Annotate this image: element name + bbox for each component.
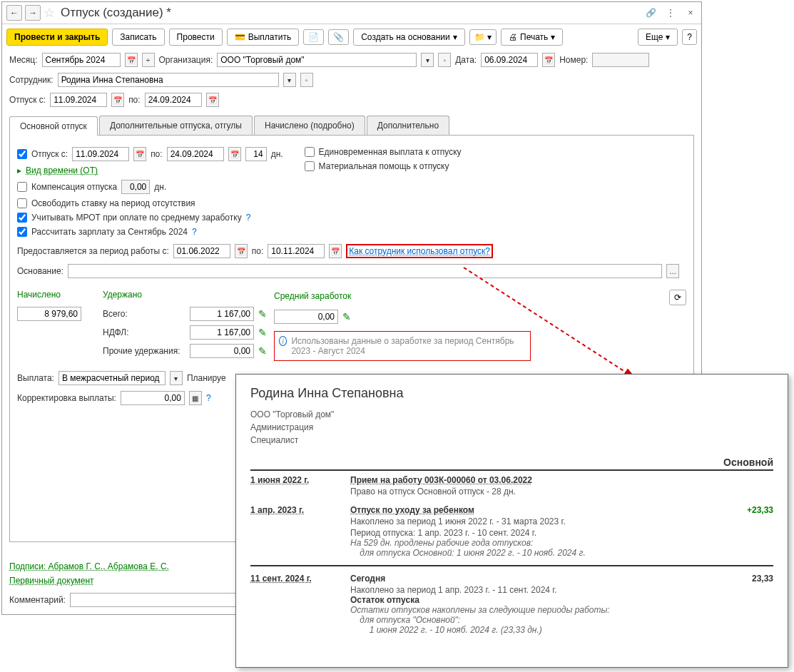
link-icon[interactable]: 🔗	[644, 6, 657, 19]
popup-row-value: 23,33	[731, 574, 773, 635]
ndfl-input[interactable]	[190, 325, 254, 340]
correction-calc-icon[interactable]: ▦	[189, 391, 202, 405]
create-from-button[interactable]: Создать на основании ▾	[353, 29, 465, 46]
accrued-header: Начислено	[17, 290, 96, 300]
popup-row-content: СегодняНакоплено за период 1 апр. 2023 г…	[350, 574, 731, 635]
help-button[interactable]: ?	[682, 29, 697, 45]
close-icon[interactable]: ×	[684, 6, 697, 19]
other-input[interactable]	[190, 344, 254, 358]
popup-dept: Администрация	[250, 421, 773, 434]
tab-additional[interactable]: Дополнительные отпуска, отгулы	[99, 116, 253, 135]
employee-open-icon[interactable]: ▫	[300, 73, 313, 87]
vacation-to-label: по:	[128, 95, 141, 105]
month-label: Месяц:	[9, 55, 38, 65]
pay-button[interactable]: 💳Выплатить	[227, 29, 300, 46]
usage-link[interactable]: Как сотрудник использовал отпуск?	[349, 246, 490, 256]
month-cal-icon[interactable]: 📅	[125, 53, 138, 67]
page-title: Отпуск (создание) *	[61, 6, 641, 20]
info-icon: i	[279, 336, 287, 346]
days-input[interactable]	[245, 147, 267, 161]
time-type-link[interactable]: Вид времени (ОТ)	[26, 166, 98, 175]
pfrom-cal-icon[interactable]: 📅	[235, 244, 248, 258]
popup-row-date: 11 сент. 2024 г.	[250, 574, 350, 635]
pencil-icon[interactable]: ✎	[258, 308, 267, 320]
comp-suffix: дн.	[154, 182, 166, 192]
period-label: Предоставляется за период работы с:	[17, 246, 169, 256]
tab-accrued[interactable]: Начислено (подробно)	[254, 116, 365, 135]
month-spin-icon[interactable]: ÷	[142, 53, 155, 67]
tab-from-input[interactable]	[72, 147, 129, 161]
popup-row-content: Отпуск по уходу за ребенкомНакоплено за …	[350, 505, 731, 558]
more-icon[interactable]: ⋮	[664, 6, 677, 19]
calc-salary-checkbox[interactable]	[17, 227, 27, 237]
calc-help-icon[interactable]: ?	[192, 227, 197, 237]
comment-label: Комментарий:	[9, 595, 66, 605]
tab-to-input[interactable]	[167, 147, 224, 161]
save-button[interactable]: Записать	[112, 29, 164, 46]
payment-input[interactable]	[58, 371, 166, 385]
period-to-input[interactable]	[268, 244, 325, 258]
nav-forward-button[interactable]: →	[25, 5, 41, 21]
lumpsum-checkbox[interactable]	[305, 147, 315, 157]
period-from-input[interactable]	[173, 244, 230, 258]
avg-input[interactable]	[274, 310, 338, 324]
popup-row-content: Прием на работу 003К-000060 от 03.06.202…	[350, 475, 773, 497]
mrot-help-icon[interactable]: ?	[246, 213, 251, 223]
vacation-usage-popup: Родина Инна Степановна ООО "Торговый дом…	[235, 374, 788, 668]
more-button[interactable]: Еще ▾	[638, 29, 678, 46]
date-label: Дата:	[455, 55, 477, 65]
mrot-checkbox[interactable]	[17, 213, 27, 223]
total-input[interactable]	[190, 307, 254, 321]
correction-help-icon[interactable]: ?	[206, 393, 211, 403]
employee-dropdown-icon[interactable]: ▾	[283, 73, 296, 87]
vto-cal-icon[interactable]: 📅	[206, 93, 219, 107]
aid-label: Материальная помощь к отпуску	[319, 161, 449, 171]
org-open-icon[interactable]: ▫	[438, 53, 451, 67]
tab-main[interactable]: Основной отпуск	[9, 116, 98, 136]
avg-header: Средний заработок	[274, 291, 351, 301]
doc-icon-button[interactable]: 📄	[303, 29, 324, 45]
pencil-icon[interactable]: ✎	[258, 345, 267, 357]
date-input[interactable]	[481, 53, 538, 67]
month-input[interactable]	[42, 53, 121, 67]
calc-salary-label: Рассчитать зарплату за Сентябрь 2024	[31, 227, 188, 237]
compensation-checkbox[interactable]	[17, 182, 27, 192]
pencil-icon[interactable]: ✎	[258, 327, 267, 338]
org-dropdown-icon[interactable]: ▾	[421, 53, 434, 67]
post-close-button[interactable]: Провести и закрыть	[6, 29, 108, 46]
payment-dropdown-icon[interactable]: ▾	[170, 371, 183, 385]
correction-input[interactable]	[121, 391, 185, 405]
attach-icon-button[interactable]: 📎	[328, 29, 349, 45]
popup-row-value: +23,33	[731, 505, 773, 558]
primary-doc-link[interactable]: Первичный документ	[9, 576, 94, 586]
vacation-to-input[interactable]	[145, 93, 202, 107]
vacation-from-input[interactable]	[50, 93, 107, 107]
lumpsum-label: Единовременная выплата к отпуску	[319, 147, 462, 157]
signatures-link[interactable]: Подписи: Абрамов Г. С., Абрамова Е. С.	[9, 561, 169, 571]
release-label: Освободить ставку на период отсутствия	[31, 198, 195, 208]
employee-input[interactable]	[58, 73, 279, 87]
vacation-checkbox[interactable]	[17, 149, 27, 159]
accrued-input[interactable]	[17, 307, 81, 321]
nav-back-button[interactable]: ←	[6, 5, 22, 21]
refresh-button[interactable]: ⟳	[669, 290, 686, 305]
org-label: Организация:	[159, 55, 213, 65]
folder-icon-button[interactable]: 📁 ▾	[469, 29, 497, 45]
pto-cal-icon[interactable]: 📅	[329, 244, 342, 258]
favorite-icon[interactable]: ☆	[44, 5, 55, 21]
basis-open-icon[interactable]: …	[666, 264, 679, 278]
basis-input[interactable]	[68, 264, 662, 278]
aid-checkbox[interactable]	[305, 161, 315, 171]
post-button[interactable]: Провести	[169, 29, 223, 46]
print-button[interactable]: 🖨 Печать ▾	[501, 29, 563, 46]
pencil-icon[interactable]: ✎	[342, 311, 351, 322]
popup-section: Основной	[250, 457, 773, 471]
org-input[interactable]	[217, 53, 417, 67]
vfrom-cal-icon[interactable]: 📅	[111, 93, 124, 107]
tab-to-cal-icon[interactable]: 📅	[228, 147, 241, 161]
tab-from-cal-icon[interactable]: 📅	[133, 147, 146, 161]
tab-extra[interactable]: Дополнительно	[367, 116, 449, 135]
correction-label: Корректировка выплаты:	[17, 393, 116, 403]
date-cal-icon[interactable]: 📅	[542, 53, 555, 67]
release-checkbox[interactable]	[17, 198, 27, 208]
